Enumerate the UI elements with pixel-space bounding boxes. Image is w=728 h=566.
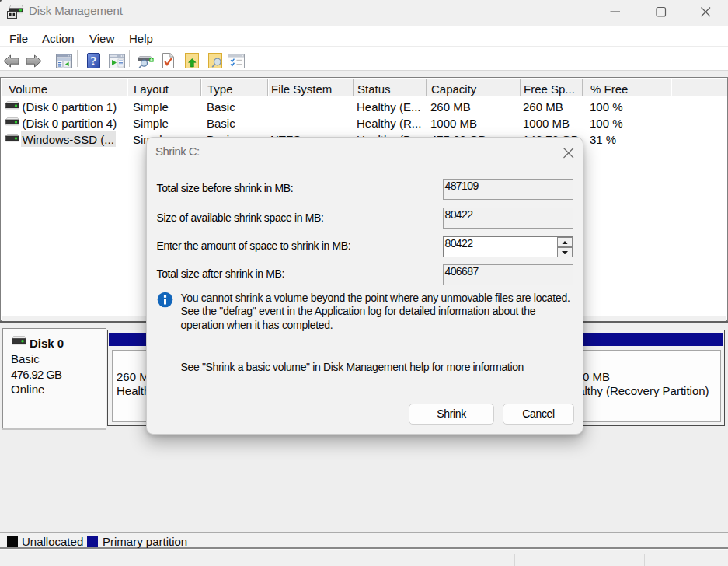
svg-text:?: ? bbox=[90, 54, 97, 68]
